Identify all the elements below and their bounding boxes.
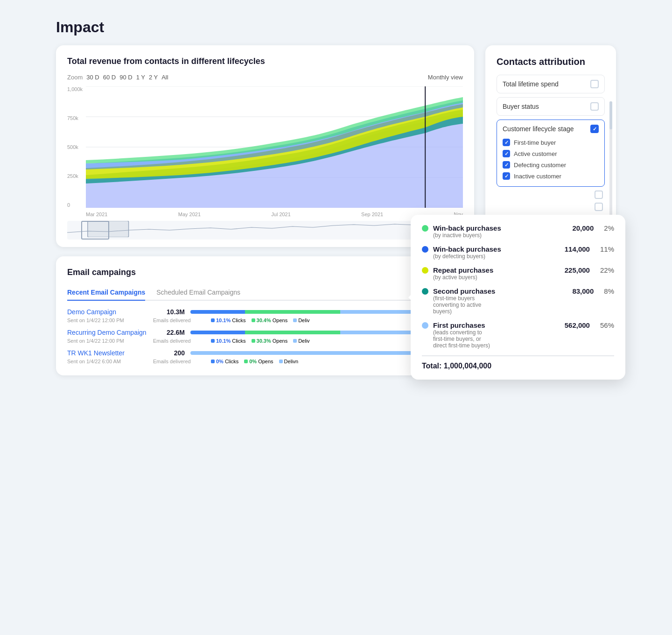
chart-area: 1,000k 750k 500k 250k 0: [67, 86, 463, 236]
attribution-item-buyer-status[interactable]: Buyer status: [497, 97, 605, 116]
revenue-tooltip: Win-back purchases (by inactive buyers) …: [411, 215, 625, 380]
tooltip-sub: (first-time buyersconverting to activebu…: [433, 295, 567, 315]
tooltip-label: Repeat purchases: [433, 266, 560, 274]
delivered-metric: Deliv: [293, 338, 309, 344]
area-chart-svg: [86, 86, 463, 208]
tab-recent-campaigns[interactable]: Recent Email Campaigns: [67, 285, 145, 301]
checkbox-extra-2[interactable]: [595, 203, 603, 211]
tooltip-dot-second: [422, 288, 428, 295]
zoom-all[interactable]: All: [161, 74, 168, 81]
zoom-30d[interactable]: 30 D: [86, 74, 99, 81]
clicks-metric: 10.1% Clicks: [211, 318, 246, 323]
campaign-email-count: 10.3M: [157, 308, 185, 316]
tooltip-row-winback-inactive: Win-back purchases (by inactive buyers) …: [422, 224, 614, 239]
tooltip-dot-first: [422, 322, 428, 329]
email-tabs: Recent Email Campaigns Scheduled Email C…: [67, 285, 463, 301]
zoom-2y[interactable]: 2 Y: [149, 74, 158, 81]
lifecycle-sub-inactive: Inactive customer: [503, 170, 599, 182]
clicks-metric: 10.1% Clicks: [211, 338, 246, 344]
checkbox-extra-1[interactable]: [595, 190, 603, 199]
svg-rect-6: [88, 221, 129, 237]
checkbox-total-spend[interactable]: [590, 80, 599, 88]
tooltip-value: 20,000: [572, 224, 594, 232]
tooltip-row-repeat: Repeat purchases (by active buyers) 225,…: [422, 266, 614, 281]
tooltip-value: 114,000: [565, 245, 590, 253]
campaign-email-count: 22.6M: [157, 329, 185, 336]
zoom-bar: Zoom 30 D 60 D 90 D 1 Y 2 Y All Monthly …: [67, 74, 463, 81]
opens-metric: 30.3% Opens: [252, 338, 288, 344]
list-item: TR WK1 Newsletter 200 Sent on 1/4/22 6:0…: [67, 349, 463, 364]
tooltip-pct: 8%: [604, 287, 614, 295]
contacts-attribution-title: Contacts attribution: [497, 56, 605, 67]
tooltip-label: Second purchases: [433, 287, 567, 295]
checkbox-inactive-customer[interactable]: [503, 172, 510, 180]
campaign-email-count: 200: [157, 349, 185, 357]
tooltip-label: Win-back purchases: [433, 245, 560, 253]
chart-title: Total revenue from contacts in different…: [67, 56, 463, 66]
tooltip-row-first: First purchases (leads converting tofirs…: [422, 321, 614, 349]
emails-delivered-label: Emails delivered: [153, 338, 209, 344]
monthly-view-label[interactable]: Monthly view: [428, 74, 463, 81]
tooltip-sub: (by inactive buyers): [433, 232, 567, 239]
tooltip-sub: (leads converting tofirst-time buyers, o…: [433, 329, 560, 349]
zoom-90d[interactable]: 90 D: [119, 74, 132, 81]
opens-metric: 0% Opens: [244, 359, 273, 364]
tooltip-sub: (by active buyers): [433, 274, 560, 281]
emails-delivered-label: Emails delivered: [153, 318, 209, 323]
checkbox-lifecycle-stage[interactable]: [590, 125, 599, 133]
zoom-60d[interactable]: 60 D: [103, 74, 116, 81]
list-item: Demo Campaign 10.3M Sent on 1/4/22 12:00…: [67, 308, 463, 323]
delivered-metric: Deliv: [293, 318, 309, 323]
zoom-1y[interactable]: 1 Y: [136, 74, 145, 81]
tooltip-pct: 22%: [600, 266, 614, 274]
campaign-name[interactable]: TR WK1 Newsletter: [67, 349, 151, 357]
tooltip-value: 562,000: [565, 321, 590, 329]
campaign-sent-date: Sent on 1/4/22 12:00 PM: [67, 318, 151, 323]
tooltip-label: First purchases: [433, 321, 560, 329]
clicks-metric: 0% Clicks: [211, 359, 238, 364]
checkbox-defecting-customer[interactable]: [503, 161, 510, 169]
checkbox-first-time-buyer[interactable]: [503, 139, 510, 146]
campaign-sent-date: Sent on 1/4/22 6:00 AM: [67, 359, 151, 364]
tooltip-pct: 56%: [600, 321, 614, 329]
tooltip-dot-repeat: [422, 267, 428, 274]
tooltip-pct: 11%: [600, 245, 614, 253]
lifecycle-sub-defecting: Defecting customer: [503, 159, 599, 170]
list-item: Recurring Demo Campaign 22.6M Sent on 1/…: [67, 329, 463, 344]
attribution-item-lifecycle[interactable]: Customer lifecycle stage First-time buye…: [497, 120, 605, 187]
attribution-item-total-spend[interactable]: Total lifetime spend: [497, 75, 605, 93]
campaign-name[interactable]: Demo Campaign: [67, 308, 151, 316]
tooltip-row-winback-defecting: Win-back purchases (by defecting buyers)…: [422, 245, 614, 260]
lifecycle-sub-first-time: First-time buyer: [503, 137, 599, 148]
tooltip-row-second: Second purchases (first-time buyersconve…: [422, 287, 614, 315]
tooltip-total: Total: 1,000,004,000: [422, 355, 614, 370]
checkbox-buyer-status[interactable]: [590, 102, 599, 111]
zoom-label: Zoom: [67, 74, 83, 81]
tooltip-sub: (by defecting buyers): [433, 253, 560, 260]
tab-scheduled-campaigns[interactable]: Scheduled Email Campaigns: [156, 285, 240, 301]
page-title: Impact: [56, 19, 616, 36]
tooltip-value: 83,000: [572, 287, 594, 295]
lifecycle-sub-active: Active customer: [503, 148, 599, 159]
delivered-metric: Delivn: [279, 359, 299, 364]
scrollbar-thumb[interactable]: [609, 101, 612, 129]
tooltip-dot-winback-defecting: [422, 246, 428, 253]
mini-chart[interactable]: [67, 221, 463, 240]
tooltip-pct: 2%: [604, 224, 614, 232]
y-axis: 1,000k 750k 500k 250k 0: [67, 86, 83, 208]
emails-delivered-label: Emails delivered: [153, 359, 209, 364]
campaign-list: Demo Campaign 10.3M Sent on 1/4/22 12:00…: [67, 308, 463, 364]
chart-card: Total revenue from contacts in different…: [56, 45, 474, 247]
campaign-sent-date: Sent on 1/4/22 12:00 PM: [67, 338, 151, 344]
opens-metric: 30.4% Opens: [252, 318, 288, 323]
email-campaigns-title: Email campaings: [67, 268, 136, 277]
checkbox-active-customer[interactable]: [503, 150, 510, 157]
tooltip-value: 225,000: [565, 266, 590, 274]
campaign-name[interactable]: Recurring Demo Campaign: [67, 329, 151, 336]
tooltip-label: Win-back purchases: [433, 224, 567, 232]
tooltip-dot-winback-inactive: [422, 225, 428, 232]
